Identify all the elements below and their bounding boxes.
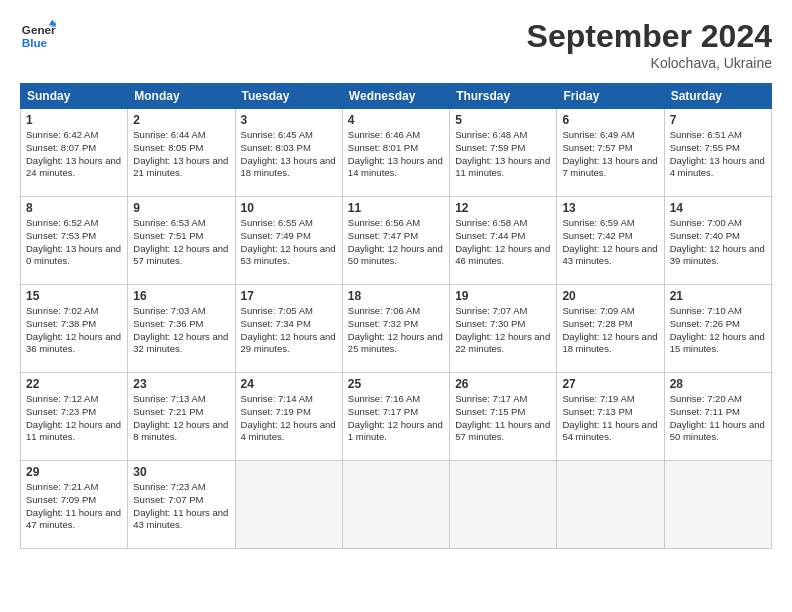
day-18: 18 Sunrise: 7:06 AMSunset: 7:32 PMDaylig… — [342, 285, 449, 373]
day-5: 5 Sunrise: 6:48 AMSunset: 7:59 PMDayligh… — [450, 109, 557, 197]
header-thursday: Thursday — [450, 84, 557, 109]
day-21: 21 Sunrise: 7:10 AMSunset: 7:26 PMDaylig… — [664, 285, 771, 373]
day-16: 16 Sunrise: 7:03 AMSunset: 7:36 PMDaylig… — [128, 285, 235, 373]
day-10: 10 Sunrise: 6:55 AMSunset: 7:49 PMDaylig… — [235, 197, 342, 285]
day-22: 22 Sunrise: 7:12 AMSunset: 7:23 PMDaylig… — [21, 373, 128, 461]
svg-text:Blue: Blue — [22, 36, 48, 49]
day-19: 19 Sunrise: 7:07 AMSunset: 7:30 PMDaylig… — [450, 285, 557, 373]
calendar-table: Sunday Monday Tuesday Wednesday Thursday… — [20, 83, 772, 549]
day-9: 9 Sunrise: 6:53 AMSunset: 7:51 PMDayligh… — [128, 197, 235, 285]
location: Kolochava, Ukraine — [527, 55, 772, 71]
empty-cell-3 — [450, 461, 557, 549]
day-4: 4 Sunrise: 6:46 AMSunset: 8:01 PMDayligh… — [342, 109, 449, 197]
empty-cell-1 — [235, 461, 342, 549]
week-row-4: 22 Sunrise: 7:12 AMSunset: 7:23 PMDaylig… — [21, 373, 772, 461]
week-row-5: 29 Sunrise: 7:21 AMSunset: 7:09 PMDaylig… — [21, 461, 772, 549]
header-friday: Friday — [557, 84, 664, 109]
day-3: 3 Sunrise: 6:45 AMSunset: 8:03 PMDayligh… — [235, 109, 342, 197]
week-row-1: 1 Sunrise: 6:42 AMSunset: 8:07 PMDayligh… — [21, 109, 772, 197]
day-2: 2 Sunrise: 6:44 AMSunset: 8:05 PMDayligh… — [128, 109, 235, 197]
empty-cell-2 — [342, 461, 449, 549]
day-11: 11 Sunrise: 6:56 AMSunset: 7:47 PMDaylig… — [342, 197, 449, 285]
page-container: General Blue September 2024 Kolochava, U… — [0, 0, 792, 559]
day-25: 25 Sunrise: 7:16 AMSunset: 7:17 PMDaylig… — [342, 373, 449, 461]
day-26: 26 Sunrise: 7:17 AMSunset: 7:15 PMDaylig… — [450, 373, 557, 461]
day-13: 13 Sunrise: 6:59 AMSunset: 7:42 PMDaylig… — [557, 197, 664, 285]
weekday-header-row: Sunday Monday Tuesday Wednesday Thursday… — [21, 84, 772, 109]
title-section: September 2024 Kolochava, Ukraine — [527, 18, 772, 71]
day-1: 1 Sunrise: 6:42 AMSunset: 8:07 PMDayligh… — [21, 109, 128, 197]
day-7: 7 Sunrise: 6:51 AMSunset: 7:55 PMDayligh… — [664, 109, 771, 197]
day-29: 29 Sunrise: 7:21 AMSunset: 7:09 PMDaylig… — [21, 461, 128, 549]
day-12: 12 Sunrise: 6:58 AMSunset: 7:44 PMDaylig… — [450, 197, 557, 285]
header: General Blue September 2024 Kolochava, U… — [20, 18, 772, 71]
day-17: 17 Sunrise: 7:05 AMSunset: 7:34 PMDaylig… — [235, 285, 342, 373]
header-wednesday: Wednesday — [342, 84, 449, 109]
day-20: 20 Sunrise: 7:09 AMSunset: 7:28 PMDaylig… — [557, 285, 664, 373]
empty-cell-4 — [557, 461, 664, 549]
day-8: 8 Sunrise: 6:52 AMSunset: 7:53 PMDayligh… — [21, 197, 128, 285]
week-row-2: 8 Sunrise: 6:52 AMSunset: 7:53 PMDayligh… — [21, 197, 772, 285]
day-15: 15 Sunrise: 7:02 AMSunset: 7:38 PMDaylig… — [21, 285, 128, 373]
header-saturday: Saturday — [664, 84, 771, 109]
week-row-3: 15 Sunrise: 7:02 AMSunset: 7:38 PMDaylig… — [21, 285, 772, 373]
day-28: 28 Sunrise: 7:20 AMSunset: 7:11 PMDaylig… — [664, 373, 771, 461]
day-23: 23 Sunrise: 7:13 AMSunset: 7:21 PMDaylig… — [128, 373, 235, 461]
empty-cell-5 — [664, 461, 771, 549]
day-14: 14 Sunrise: 7:00 AMSunset: 7:40 PMDaylig… — [664, 197, 771, 285]
day-27: 27 Sunrise: 7:19 AMSunset: 7:13 PMDaylig… — [557, 373, 664, 461]
logo-icon: General Blue — [20, 18, 56, 54]
month-title: September 2024 — [527, 18, 772, 55]
header-monday: Monday — [128, 84, 235, 109]
day-30: 30 Sunrise: 7:23 AMSunset: 7:07 PMDaylig… — [128, 461, 235, 549]
day-24: 24 Sunrise: 7:14 AMSunset: 7:19 PMDaylig… — [235, 373, 342, 461]
header-sunday: Sunday — [21, 84, 128, 109]
header-tuesday: Tuesday — [235, 84, 342, 109]
day-6: 6 Sunrise: 6:49 AMSunset: 7:57 PMDayligh… — [557, 109, 664, 197]
logo: General Blue — [20, 18, 56, 54]
